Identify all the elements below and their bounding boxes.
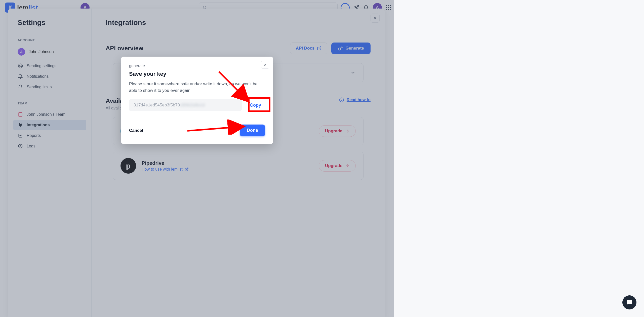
close-icon [263, 63, 267, 66]
cancel-button[interactable]: Cancel [129, 128, 143, 133]
modal-description: Please store it somewhere safe and/or wr… [129, 81, 265, 94]
modal-backdrop[interactable] [0, 0, 394, 317]
chat-widget[interactable] [622, 295, 636, 309]
chat-icon [626, 299, 633, 306]
modal-close-button[interactable] [261, 61, 269, 69]
api-key-display[interactable]: 317d4e1ed545eb3f5b70c8f4b2a9e1d [129, 99, 242, 111]
copy-button[interactable]: Copy [246, 100, 265, 111]
save-key-modal: generate Save your key Please store it s… [121, 57, 273, 144]
modal-breadcrumb: generate [129, 64, 265, 68]
modal-title: Save your key [129, 71, 265, 77]
done-button[interactable]: Done [240, 125, 265, 136]
